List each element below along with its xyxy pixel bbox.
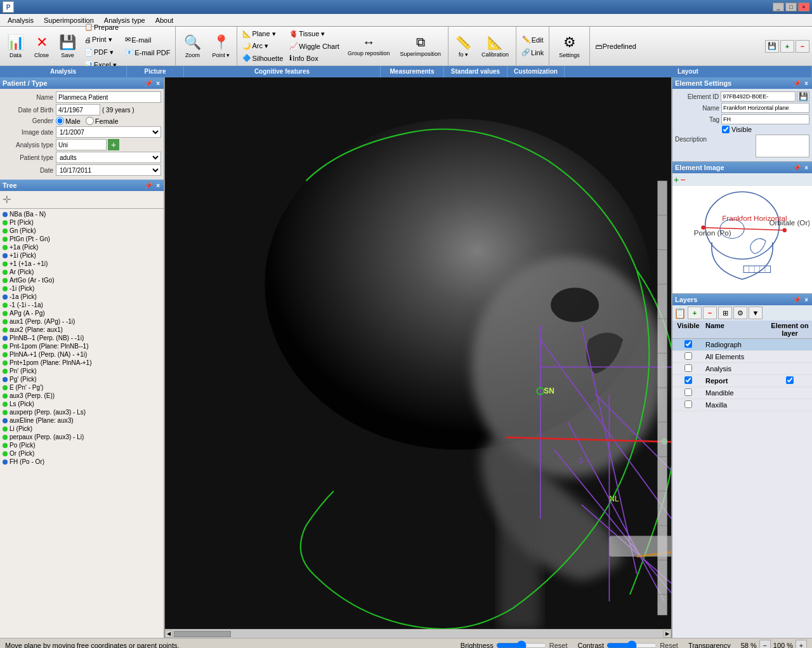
layers-settings-btn[interactable]: ⚙ — [733, 307, 747, 319]
tree-item[interactable]: auxEline (Plane: aux3) — [1, 416, 162, 425]
layer-row[interactable]: All Elements — [672, 351, 812, 363]
ei-remove-btn[interactable]: − — [680, 175, 685, 185]
date-select[interactable]: 10/17/2011 — [56, 164, 161, 176]
close-btn[interactable]: × — [798, 3, 809, 11]
tree-item[interactable]: APg (A - Pg) — [1, 309, 162, 317]
layout-save-btn[interactable]: 💾 — [765, 40, 779, 53]
tree-item[interactable]: Ar (Pick) — [1, 268, 162, 276]
zoom-minus-btn[interactable]: − — [759, 640, 771, 649]
layer-visible-checkbox[interactable] — [684, 400, 692, 408]
print-button[interactable]: 🖨 Print ▾ — [82, 34, 121, 46]
contrast-slider[interactable] — [606, 640, 657, 649]
ei-pin-btn[interactable]: 📌 — [792, 164, 802, 171]
patient-pin-btn[interactable]: 📌 — [143, 80, 154, 87]
tree-item[interactable]: +1a (Pick) — [1, 243, 162, 251]
element-id-input[interactable] — [721, 91, 796, 102]
tree-item[interactable]: aux1 (Perp. (APg) - -1i) — [1, 317, 162, 326]
info-box-button[interactable]: ℹ Info Box — [287, 53, 342, 64]
tree-item[interactable]: PlnNB--1 (Perp. (NB) - -1i) — [1, 334, 162, 342]
tree-item[interactable]: Pn' (Pick) — [1, 367, 162, 375]
window-controls[interactable]: _ □ × — [773, 3, 809, 11]
menu-about[interactable]: About — [150, 15, 179, 25]
es-tag-input[interactable] — [721, 114, 809, 124]
predefined-button[interactable]: 🗃 Predefined — [593, 41, 639, 52]
es-close-btn[interactable]: × — [803, 80, 809, 87]
tree-item[interactable]: Or (Pick) — [1, 449, 162, 458]
tree-item[interactable]: Li (Pick) — [1, 425, 162, 433]
pdf-button[interactable]: 📄 PDF ▾ — [82, 47, 121, 58]
point-button[interactable]: 📍 Point ▾ — [207, 29, 234, 64]
maximize-btn[interactable]: □ — [785, 3, 797, 11]
tree-item[interactable]: Gn (Pick) — [1, 227, 162, 235]
name-input[interactable] — [56, 91, 161, 103]
patient-close-btn[interactable]: × — [155, 80, 161, 87]
plane-button[interactable]: 📐 Plane ▾ — [240, 29, 285, 40]
group-reposition-button[interactable]: ↔ Group reposition — [343, 29, 395, 64]
es-name-input[interactable] — [721, 103, 809, 113]
zoom-plus-btn[interactable]: + — [796, 640, 807, 649]
layer-row[interactable]: Radiograph — [672, 339, 812, 351]
tree-item[interactable]: PlnNA-+1 (Perp. (NA) - +1i) — [1, 350, 162, 359]
tree-item[interactable]: Ls (Pick) — [1, 400, 162, 408]
tissue-button[interactable]: 🫀 Tissue ▾ — [287, 29, 342, 40]
analysis-type-input[interactable] — [56, 139, 107, 150]
layers-grid-btn[interactable]: ⊞ — [718, 307, 732, 319]
tree-item[interactable]: Pnt-1pom (Plane: PlnNB--1) — [1, 342, 162, 350]
superimposition-button[interactable]: ⧉ Superimposition — [395, 29, 445, 64]
tree-item[interactable]: NBa (Ba - N) — [1, 210, 162, 218]
scroll-left-arrow[interactable]: ◀ — [165, 630, 173, 638]
layer-visible-checkbox[interactable] — [684, 388, 692, 396]
menu-analysis[interactable]: Analysis — [3, 15, 39, 25]
tree-item[interactable]: auxperp (Perp. (aux3) - Ls) — [1, 408, 162, 416]
analysis-type-add-btn[interactable]: + — [108, 139, 119, 150]
silhouette-button[interactable]: 🔷 Silhouette — [240, 53, 285, 64]
tree-item[interactable]: perpaux (Perp. (aux3) - Li) — [1, 433, 162, 441]
link-button[interactable]: 🔗 Link — [519, 47, 546, 58]
brightness-slider[interactable] — [496, 640, 547, 649]
es-description-textarea[interactable] — [756, 135, 809, 157]
layers-remove-btn[interactable]: − — [703, 307, 717, 319]
layout-add-btn[interactable]: + — [780, 40, 794, 53]
tree-close-btn[interactable]: × — [155, 182, 161, 189]
tree-item[interactable]: PtGn (Pt - Gn) — [1, 235, 162, 243]
layers-dropdown-btn[interactable]: ▼ — [749, 307, 763, 319]
edit-button[interactable]: ✏️ Edit — [520, 34, 546, 46]
layer-eol-checkbox[interactable] — [786, 376, 794, 384]
layers-add-btn[interactable]: + — [688, 307, 702, 319]
es-pin-btn[interactable]: 📌 — [792, 80, 802, 87]
contrast-reset[interactable]: Reset — [660, 642, 678, 649]
gender-female-radio[interactable] — [86, 117, 94, 125]
tree-item[interactable]: +1i (Pick) — [1, 251, 162, 260]
wiggle-chart-button[interactable]: 📈 Wiggle Chart — [287, 41, 342, 52]
layer-row[interactable]: Maxilla — [672, 399, 812, 411]
patient-type-select[interactable]: adults — [56, 152, 161, 163]
layer-row[interactable]: Mandible — [672, 387, 812, 399]
tree-item[interactable]: Pg' (Pick) — [1, 375, 162, 383]
image-date-select[interactable]: 1/1/2007 — [56, 126, 161, 138]
tree-item[interactable]: -1i (Pick) — [1, 284, 162, 293]
tree-item[interactable]: Po (Pick) — [1, 441, 162, 449]
fo-button[interactable]: 📏 fo ▾ — [451, 29, 476, 64]
email-button[interactable]: ✉ E-mail — [122, 34, 173, 46]
minimize-btn[interactable]: _ — [773, 3, 784, 11]
tree-item[interactable]: E (Pn' - Pg') — [1, 383, 162, 392]
tree-item[interactable]: aux2 (Plane: aux1) — [1, 326, 162, 334]
ei-add-btn[interactable]: + — [674, 175, 679, 185]
tree-item[interactable]: Pt (Pick) — [1, 218, 162, 227]
layout-remove-btn[interactable]: − — [796, 40, 809, 53]
xray-image[interactable]: SN NL N — [165, 77, 671, 629]
tree-item[interactable]: FH (Po - Or) — [1, 458, 162, 466]
gender-male-radio[interactable] — [56, 117, 64, 125]
tree-item[interactable]: +1 (+1a - +1i) — [1, 260, 162, 268]
dob-input[interactable] — [56, 104, 100, 116]
element-id-save-btn[interactable]: 💾 — [797, 91, 809, 102]
layer-row[interactable]: Report — [672, 375, 812, 387]
layers-close-btn[interactable]: × — [803, 296, 809, 303]
calibration-button[interactable]: 📐 Calibration — [477, 29, 513, 64]
close-button[interactable]: ✕ Close — [30, 29, 53, 64]
tree-item[interactable]: Pnt+1pom (Plane: PlnNA-+1) — [1, 359, 162, 367]
layer-row[interactable]: Analysis — [672, 363, 812, 375]
layer-visible-checkbox[interactable] — [684, 376, 692, 384]
email-pdf-button[interactable]: 📧 E-mail PDF — [122, 47, 173, 58]
horizontal-scrollbar[interactable]: ◀ ▶ — [165, 629, 671, 638]
